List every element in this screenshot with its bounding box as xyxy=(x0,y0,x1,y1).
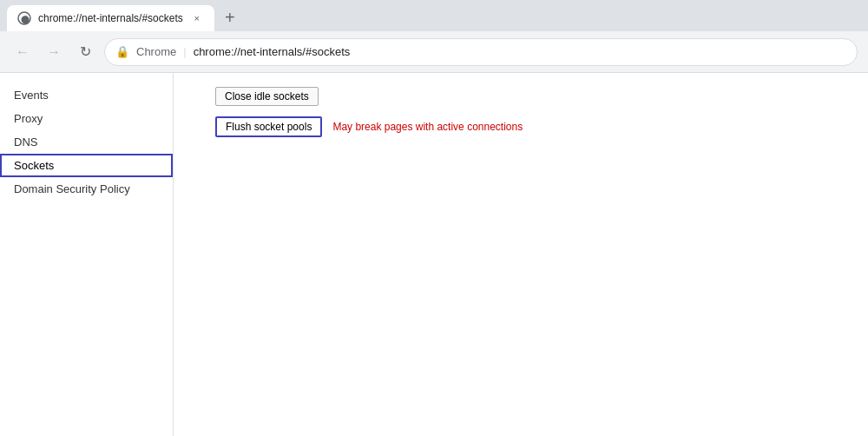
forward-button[interactable]: → xyxy=(42,40,66,64)
url-separator: | xyxy=(183,45,186,58)
sidebar-item-domain-security-policy[interactable]: Domain Security Policy xyxy=(0,177,173,201)
main-panel: Close idle sockets Flush socket pools Ma… xyxy=(174,73,868,436)
tab-bar: ⬤ chrome://net-internals/#sockets × + xyxy=(0,0,868,31)
action-item-close-idle: Close idle sockets xyxy=(215,87,847,106)
refresh-button[interactable]: ↻ xyxy=(73,40,97,64)
warning-text: May break pages with active connections xyxy=(332,121,523,133)
svg-text:⬤: ⬤ xyxy=(21,15,30,24)
sidebar-item-events[interactable]: Events xyxy=(0,83,173,107)
new-tab-button[interactable]: + xyxy=(218,5,242,30)
sidebar-item-proxy[interactable]: Proxy xyxy=(0,107,173,130)
sidebar-item-dns[interactable]: DNS xyxy=(0,130,173,154)
lock-icon: 🔒 xyxy=(115,45,129,58)
site-name: Chrome xyxy=(136,45,176,58)
content-area: Events Proxy DNS Sockets Domain Security… xyxy=(0,73,868,436)
address-input[interactable]: 🔒 Chrome | chrome://net-internals/#socke… xyxy=(104,38,858,66)
back-button[interactable]: ← xyxy=(10,40,35,64)
tab-favicon-icon: ⬤ xyxy=(17,11,31,25)
url-text: chrome://net-internals/#sockets xyxy=(194,45,351,58)
close-idle-sockets-button[interactable]: Close idle sockets xyxy=(215,87,319,106)
active-tab[interactable]: ⬤ chrome://net-internals/#sockets × xyxy=(7,5,214,31)
address-bar: ← → ↻ 🔒 Chrome | chrome://net-internals/… xyxy=(0,31,868,73)
action-item-flush-pools: Flush socket pools May break pages with … xyxy=(215,116,847,137)
flush-socket-pools-button[interactable]: Flush socket pools xyxy=(215,116,322,137)
sidebar-item-sockets[interactable]: Sockets xyxy=(0,154,173,177)
sidebar: Events Proxy DNS Sockets Domain Security… xyxy=(0,73,174,436)
browser-frame: ⬤ chrome://net-internals/#sockets × + ← … xyxy=(0,0,868,436)
actions-list: Close idle sockets Flush socket pools Ma… xyxy=(194,87,847,137)
tab-close-button[interactable]: × xyxy=(190,11,204,25)
tab-title: chrome://net-internals/#sockets xyxy=(38,12,183,24)
